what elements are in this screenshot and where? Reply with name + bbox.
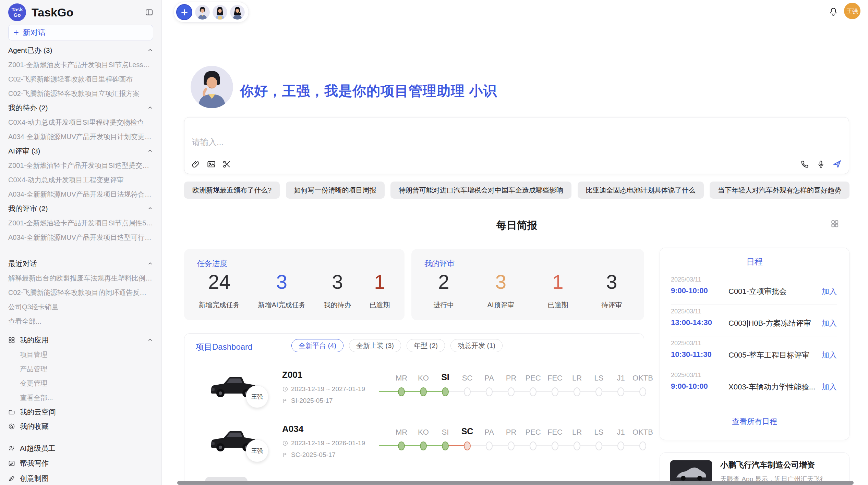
sidebar-item[interactable]: C02-飞腾新能源轻客改款项目里程碑画布: [8, 72, 153, 86]
sidebar: Task Go TaskGo 新对话 Agent已办 (3) Z001-全新燃油…: [0, 0, 162, 485]
recent-chat-item[interactable]: 公司Q3轻卡销量: [8, 300, 153, 314]
recent-chats-header[interactable]: 最近对话: [8, 257, 153, 271]
join-button[interactable]: 加入: [822, 350, 837, 360]
phone-call-icon[interactable]: [800, 160, 809, 169]
notification-bell-icon[interactable]: [828, 7, 839, 17]
join-button[interactable]: 加入: [822, 318, 837, 328]
microphone-icon[interactable]: [816, 160, 825, 169]
scissors-icon[interactable]: [222, 160, 231, 169]
milestone-dot: [574, 387, 580, 396]
project-dates: 2023-12-19 ~ 2026-01-19: [282, 439, 365, 447]
sidebar-item[interactable]: Z001-全新燃油轻卡产品开发项目SI造型提交物评审: [8, 158, 153, 173]
sidebar-item[interactable]: C0X4-动力总成开发项目SI里程碑提交物检查: [8, 115, 153, 129]
event-time: 9:00-10:00: [671, 286, 708, 295]
view-all-schedule-link[interactable]: 查看所有日程: [660, 416, 849, 427]
suggestion-chip[interactable]: 比亚迪全固态电池计划具体说了什么: [578, 182, 704, 199]
recent-chat-view-all[interactable]: 查看全部...: [8, 314, 153, 328]
stat-label: 新增AI完成任务: [258, 300, 306, 310]
app-item-product-management[interactable]: 产品管理: [8, 362, 153, 376]
send-icon[interactable]: [832, 159, 842, 169]
stat-label: 待评审: [601, 300, 622, 310]
attachment-icon[interactable]: [191, 160, 201, 169]
event-time: 9:00-10:00: [671, 382, 708, 391]
chat-input[interactable]: [192, 137, 501, 147]
news-card[interactable]: 小鹏飞行汽车制造公司增资 天眼查 App 显示，近日广州汇天飞行汽...: [660, 452, 849, 485]
milestone-node: LR: [566, 363, 588, 415]
sidebar-item-help-me-write[interactable]: 帮我写作: [8, 456, 153, 471]
milestone-dot: [508, 387, 515, 396]
horizontal-scrollbar[interactable]: [177, 481, 854, 485]
plus-icon: [180, 8, 189, 17]
sidebar-item[interactable]: C02-飞腾新能源轻客改款项目立项汇报方案: [8, 86, 153, 101]
milestone-dot: [508, 442, 515, 450]
sidebar-item-ai-super-staff[interactable]: AI超级员工: [8, 441, 153, 456]
tab-new-platform[interactable]: 全新平台 (4): [291, 339, 343, 352]
composer-left-tools: [191, 160, 231, 169]
recent-chat-item[interactable]: 解释最新出台的欧盟报废车法规再生塑料比例被调至15%...: [8, 271, 153, 285]
assistant-avatar[interactable]: [195, 5, 210, 20]
task-progress-card: 任务进度 24 新增完成任务 3 新增AI完成任务 3 我的待办 1 已逾期: [184, 249, 405, 320]
suggestion-chip[interactable]: 当下年轻人对汽车外观有怎样的喜好趋势: [710, 182, 849, 199]
sidebar-item-favorites[interactable]: 我的收藏: [8, 419, 153, 434]
stat: 1 已逾期: [369, 272, 390, 310]
sidebar-section-agent-done[interactable]: Agent已办 (3): [8, 43, 153, 58]
sidebar-header: Task Go TaskGo: [8, 3, 153, 21]
sidebar-item[interactable]: Z001-全新燃油皮卡产品开发项目SI节点Lesson Learn报告: [8, 58, 153, 72]
tab-model-year[interactable]: 年型 (2): [407, 339, 445, 352]
sidebar-item-my-apps[interactable]: 我的应用: [8, 333, 153, 347]
milestone-dot: [530, 387, 537, 396]
image-icon[interactable]: [207, 160, 216, 169]
suggestion-chip[interactable]: 欧洲新规最近颁布了什么?: [184, 182, 280, 199]
join-button[interactable]: 加入: [822, 382, 837, 392]
sidebar-section-ai-review[interactable]: AI评审 (3): [8, 144, 153, 158]
stat-value: 3: [332, 272, 343, 292]
stat-value: 3: [606, 272, 617, 292]
assistant-avatar[interactable]: [213, 5, 227, 20]
apps-grid-icon: [8, 337, 15, 344]
stat-value: 2: [438, 272, 449, 292]
milestone-dot: [595, 442, 602, 450]
event-date: 2025/03/11: [671, 340, 701, 347]
milestone-node: FEC: [544, 363, 566, 415]
new-chat-button[interactable]: 新对话: [8, 25, 153, 40]
milestone-node: LS: [588, 418, 610, 469]
project-row[interactable]: 王强 Z001 2023-12-19 ~ 2027-01-19 SI-2025-…: [184, 363, 644, 415]
join-button[interactable]: 加入: [822, 286, 837, 297]
project-row[interactable]: 王强 A034 2023-12-19 ~ 2026-01-19 SC-2025-…: [184, 418, 644, 469]
stat: 3 待评审: [601, 272, 622, 310]
chat-composer: [184, 117, 849, 174]
stat: 3 新增AI完成任务: [258, 272, 306, 310]
sidebar-item[interactable]: Z001-全新燃油轻卡产品开发项目SI节点属性5D文件评审: [8, 216, 153, 230]
suggestion-chip[interactable]: 特朗普可能对进口汽车增税会对中国车企造成哪些影响: [390, 182, 571, 199]
sidebar-item[interactable]: A034-全新新能源MUV产品开发项目造型可行性评审: [8, 230, 153, 245]
tab-powertrain[interactable]: 动总开发 (1): [450, 339, 503, 352]
user-avatar[interactable]: 王强: [844, 3, 860, 19]
card-title: 任务进度: [197, 259, 227, 269]
layout-grid-icon[interactable]: [830, 219, 839, 228]
flag-icon: [282, 452, 288, 458]
sidebar-item-cloud-space[interactable]: 我的云空间: [8, 405, 153, 419]
stat: 1 已逾期: [547, 272, 568, 310]
app-item-change-management[interactable]: 变更管理: [8, 376, 153, 390]
assistant-avatar[interactable]: [230, 5, 245, 20]
sidebar-item-creative-drawing[interactable]: 创意制图: [8, 471, 153, 485]
event-name: C005-整车工程目标评审: [728, 350, 809, 360]
sidebar-item[interactable]: A034-全新新能源MUV产品开发项目法规符合性评审: [8, 187, 153, 201]
sidebar-section-my-todo[interactable]: 我的待办 (2): [8, 101, 153, 115]
milestone-dot: [639, 387, 646, 396]
recent-chat-item[interactable]: C02-飞腾新能源轻客改款项目的闭环通告反馈情况: [8, 285, 153, 300]
sidebar-collapse-icon[interactable]: [145, 8, 153, 16]
add-assistant-button[interactable]: [176, 4, 192, 20]
suggestion-chip[interactable]: 如何写一份清晰的项目周报: [286, 182, 385, 199]
sidebar-item[interactable]: A034-全新新能源MUV产品开发项目计划变更表编写: [8, 129, 153, 144]
stat-label: 新增完成任务: [199, 300, 240, 310]
milestone-dot: [617, 442, 624, 450]
sidebar-section-my-review[interactable]: 我的评审 (2): [8, 201, 153, 216]
tab-new-body[interactable]: 全新上装 (3): [349, 339, 401, 352]
event-name: C001-立项审批会: [728, 286, 787, 297]
milestone-dot: [639, 442, 646, 450]
app-item-project-management[interactable]: 项目管理: [8, 347, 153, 362]
app-item-view-all[interactable]: 查看全部...: [8, 390, 153, 405]
sidebar-item[interactable]: C0X4-动力总成开发项目工程变更评审: [8, 173, 153, 187]
schedule-event: 2025/03/11 9:00-10:00 C001-立项审批会 加入: [671, 273, 837, 304]
